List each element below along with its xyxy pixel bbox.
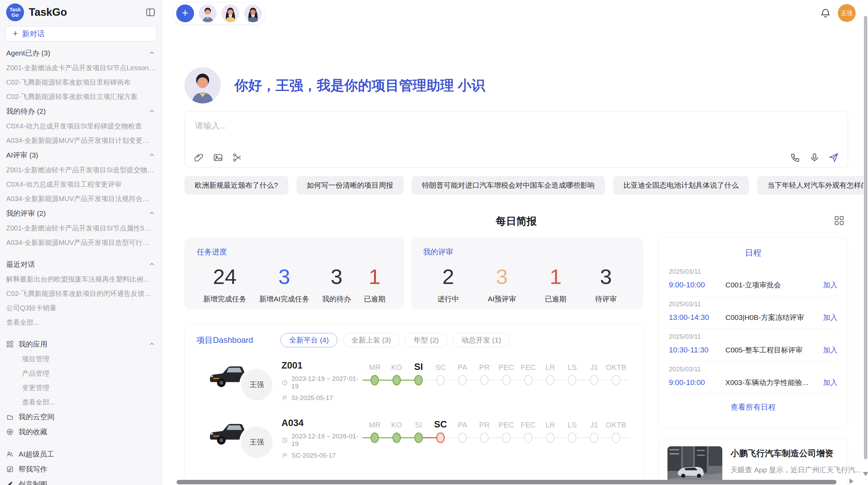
people-icon (6, 450, 14, 458)
sidebar-task-item[interactable]: Z001-全新燃油皮卡产品开发项目SI节点Lesson Learn报告 (6, 61, 156, 75)
news-text: 小鹏飞行汽车制造公司增资 天眼查 App 显示，近日广州汇天飞行汽... (731, 446, 861, 482)
schedule-join-button[interactable]: 加入 (823, 378, 837, 387)
stat-card-任务进度: 任务进度24新增完成任务3新增AI完成任务3我的待办1已逾期 (184, 237, 404, 309)
cloud-space-icon (6, 413, 14, 421)
svg-text:KO: KO (391, 363, 402, 372)
schedule-join-button[interactable]: 加入 (823, 280, 837, 290)
news-card[interactable]: 小鹏飞行汽车制造公司增资 天眼查 App 显示，近日广州汇天飞行汽... (658, 438, 848, 485)
svg-text:FEC: FEC (521, 421, 536, 429)
apps-view-all[interactable]: 查看全部... (6, 395, 156, 409)
schedule-row: 9:00-10:00C001-立项审批会加入 (669, 280, 837, 290)
agent-avatar-3[interactable] (244, 4, 262, 22)
pen-icon (6, 481, 14, 485)
schedule-join-button[interactable]: 加入 (823, 345, 837, 355)
recent-chats-header[interactable]: 最近对话 (6, 257, 156, 272)
dashboard-tab[interactable]: 年型 (2) (405, 333, 447, 347)
suggestion-chip[interactable]: 当下年轻人对汽车外观有怎样的喜好趋势 (757, 176, 863, 195)
dashboard-tab[interactable]: 全新上装 (3) (343, 333, 400, 347)
sidebar-task-item[interactable]: C0X4-动力总成开发项目SI里程碑提交物检查 (6, 119, 156, 133)
sidebar-task-item[interactable]: Z001-全新燃油轻卡产品开发项目SI节点属性5D文件评审 (6, 221, 156, 235)
schedule-join-button[interactable]: 加入 (823, 313, 837, 322)
suggestion-chip[interactable]: 特朗普可能对进口汽车增税会对中国车企造成哪些影响 (412, 176, 605, 195)
sidebar-task-item[interactable]: A034-全新新能源MUV产品开发项目计划变更表编写 (6, 133, 156, 148)
schedule-card: 日程 2025/03/119:00-10:00C001-立项审批会加入2025/… (658, 237, 848, 428)
sidebar-task-item[interactable]: Z001-全新燃油轻卡产品开发项目SI造型提交物评审 (6, 163, 156, 177)
apps-grid-icon (6, 340, 14, 348)
chat-input[interactable] (185, 111, 848, 144)
left-column: 任务进度24新增完成任务3新增AI完成任务3我的待办1已逾期我的评审2进行中3A… (184, 237, 643, 481)
project-milestone-timeline: MRKOSISCPAPRPECFECLRLSJ1OKTB (361, 360, 632, 393)
topbar-right: 王强 (820, 4, 856, 22)
vertical-scrollbar-thumb[interactable] (864, 16, 867, 459)
agent-avatar-1[interactable] (199, 4, 217, 22)
star-badge-icon (6, 428, 14, 436)
scroll-right-arrow-icon[interactable] (849, 478, 854, 484)
suggestion-chip[interactable]: 欧洲新规最近颁布了什么? (184, 176, 288, 195)
attach-icon[interactable] (194, 152, 204, 163)
recent-chat-item[interactable]: C02-飞腾新能源轻客改款项目的闭环通告反馈情况 (6, 286, 156, 301)
chevron-up-icon (148, 340, 156, 348)
project-row-Z001[interactable]: 王强Z0012023-12-19 ~ 2027-01-19SI-2025-05-… (196, 360, 631, 412)
layout-grid-icon[interactable] (834, 215, 845, 226)
sidebar-task-item[interactable]: A034-全新新能源MUV产品开发项目法规符合性评审 (6, 191, 156, 206)
app-logo: Task Go (6, 3, 24, 21)
stat-card-title: 我的评审 (423, 247, 631, 257)
image-icon[interactable] (213, 152, 223, 163)
sidebar-group-header[interactable]: 我的评审 (2) (6, 206, 156, 221)
notification-bell-icon[interactable] (820, 8, 831, 18)
sidebar-tool-AI超级员工[interactable]: AI超级员工 (6, 447, 156, 462)
sidebar-link-我的收藏[interactable]: 我的收藏 (6, 424, 156, 439)
recent-chat-item[interactable]: 公司Q3轻卡销量 (6, 301, 156, 315)
sidebar-collapse-icon[interactable] (145, 7, 156, 17)
sidebar-task-item[interactable]: C0X4-动力总成开发项目工程变更评审 (6, 177, 156, 191)
phone-icon[interactable] (790, 152, 800, 163)
app-item[interactable]: 变更管理 (6, 381, 156, 395)
recent-view-all[interactable]: 查看全部... (6, 315, 156, 329)
schedule-item: 2025/03/119:00-10:00X003-车辆动力学性能验...加入 (669, 361, 837, 394)
schedule-time: 9:00-10:00 (669, 378, 725, 387)
scroll-down-arrow-icon[interactable] (863, 472, 868, 476)
project-row-A034[interactable]: 王强A0342023-12-19 ~ 2026-01-19SC-2025-05-… (196, 418, 631, 469)
app-item[interactable]: 项目管理 (6, 352, 156, 366)
right-column: 日程 2025/03/119:00-10:00C001-立项审批会加入2025/… (658, 237, 848, 485)
flag-icon (281, 452, 288, 459)
sidebar-tool-创意制图[interactable]: 创意制图 (6, 477, 156, 485)
svg-text:SI: SI (415, 421, 422, 429)
sidebar-group-header[interactable]: 我的待办 (2) (6, 104, 156, 119)
schedule-view-all[interactable]: 查看所有日程 (669, 402, 837, 412)
sidebar-task-item[interactable]: A034-全新新能源MUV产品开发项目造型可行性评审 (6, 235, 156, 250)
sidebar-group-header[interactable]: AI评审 (3) (6, 148, 156, 163)
mic-icon[interactable] (809, 152, 820, 163)
app-item[interactable]: 产品管理 (6, 366, 156, 381)
recent-chat-item[interactable]: 解释最新出台的欧盟报废车法规再生塑料比例被调至15%... (6, 272, 156, 286)
horizontal-scrollbar-thumb[interactable] (177, 480, 836, 484)
new-chat-button[interactable]: + 新对话 (5, 26, 157, 41)
user-avatar[interactable]: 王强 (838, 4, 856, 22)
scissors-icon[interactable] (232, 152, 242, 163)
agent-avatar-2[interactable] (221, 4, 239, 22)
sidebar-link-我的云空间[interactable]: 我的云空间 (6, 409, 156, 424)
group-title: Agent已办 (3) (6, 48, 50, 58)
suggestion-chip[interactable]: 如何写一份清晰的项目周报 (297, 176, 403, 195)
my-apps-header[interactable]: 我的应用 (6, 337, 156, 352)
group-title: 我的评审 (2) (6, 209, 46, 218)
add-agent-button[interactable]: + (176, 4, 194, 22)
suggestion-chip[interactable]: 比亚迪全固态电池计划具体说了什么 (613, 176, 749, 195)
project-dates: 2023-12-19 ~ 2026-01-19 (281, 433, 364, 448)
clock-icon (281, 437, 288, 444)
sidebar-tool-帮我写作[interactable]: 帮我写作 (6, 462, 156, 477)
svg-text:PA: PA (458, 363, 467, 372)
logo-text-top: Task (9, 7, 21, 13)
dashboard-tab[interactable]: 全新平台 (4) (280, 333, 337, 347)
stat-value: 24 (203, 266, 246, 287)
sidebar-task-item[interactable]: C02-飞腾新能源轻客改款项目里程碑画布 (6, 75, 156, 89)
schedule-name: C001-立项审批会 (725, 280, 823, 290)
dashboard-tab[interactable]: 动总开发 (1) (453, 333, 510, 347)
clock-icon (281, 380, 288, 386)
write-icon (6, 465, 14, 473)
sidebar-task-item[interactable]: C02-飞腾新能源轻客改款项目立项汇报方案 (6, 89, 156, 104)
send-icon[interactable] (829, 152, 839, 163)
sidebar-group-header[interactable]: Agent已办 (3) (6, 46, 156, 61)
project-milestone-date: SI-2025-05-17 (291, 394, 333, 402)
project-info: Z0012023-12-19 ~ 2027-01-19SI-2025-05-17 (281, 360, 364, 402)
